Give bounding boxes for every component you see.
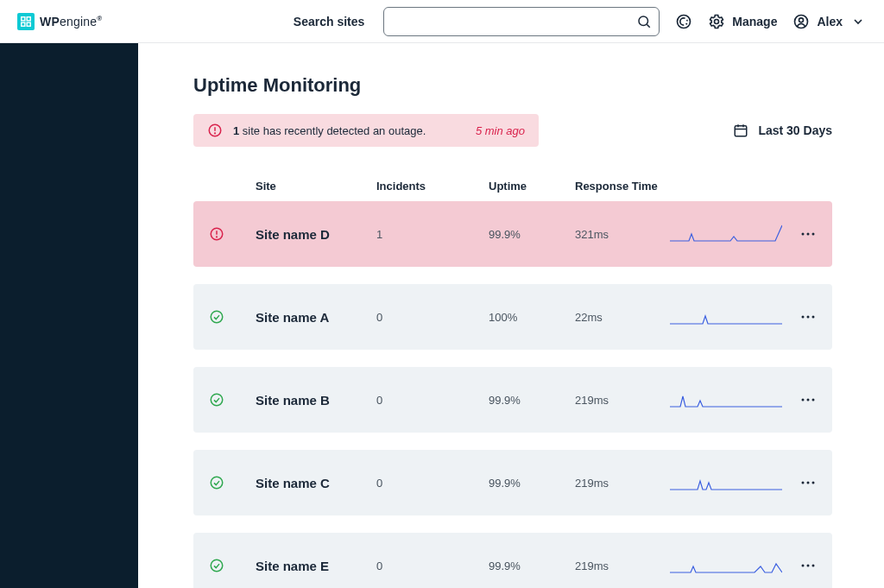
col-response: Response Time [575,180,670,193]
svg-point-34 [812,482,815,484]
site-name: Site name C [256,476,376,490]
col-site: Site [256,180,376,193]
site-name: Site name D [256,227,376,242]
table-row[interactable]: Site name C 0 99.9% 219ms [193,450,832,515]
status-icon [209,558,256,573]
col-uptime: Uptime [489,180,575,193]
status-icon [209,392,256,408]
row-more-menu[interactable] [782,231,834,237]
uptime-value: 99.9% [489,477,575,490]
uptime-value: 99.9% [489,394,575,407]
sparkline [670,553,782,578]
logo-text: WPengine® [40,15,102,28]
row-more-menu[interactable] [782,563,834,568]
svg-point-38 [812,565,815,567]
svg-point-35 [211,560,223,572]
search-icon[interactable] [635,13,653,30]
top-header: WPengine® Search sites Manage [0,0,884,43]
svg-rect-1 [27,16,30,20]
gear-icon [708,13,725,30]
user-name: Alex [817,15,843,28]
uptime-value: 99.9% [489,560,575,572]
svg-point-26 [812,316,815,319]
search-wrap [383,7,660,36]
incidents-value: 1 [376,228,489,241]
svg-point-4 [639,16,648,26]
svg-rect-0 [22,16,25,20]
incidents-value: 0 [376,311,489,324]
row-more-menu[interactable] [782,314,834,319]
main-content: Uptime Monitoring 1 site has recently de… [138,43,884,588]
svg-point-28 [802,399,805,401]
table-row[interactable]: Site name E 0 99.9% 219ms [193,533,832,588]
logo-mark-icon [17,13,35,30]
user-menu[interactable]: Alex [792,13,867,30]
row-more-menu[interactable] [782,480,834,485]
brand-logo[interactable]: WPengine® [17,13,102,30]
uptime-value: 99.9% [489,228,575,241]
svg-rect-3 [27,22,30,26]
manage-menu[interactable]: Manage [708,13,777,30]
date-range-label: Last 30 Days [758,123,832,137]
user-avatar-icon [792,13,810,30]
svg-point-31 [211,477,223,489]
svg-point-7 [715,19,719,23]
status-icon [209,226,256,242]
svg-point-6 [678,15,691,28]
status-icon [209,475,256,490]
incidents-value: 0 [376,477,489,490]
sparkline [670,305,782,329]
svg-point-24 [802,316,805,319]
svg-rect-13 [736,126,748,136]
chevron-down-icon [849,13,867,30]
response-value: 22ms [575,311,670,324]
alert-icon [207,123,223,138]
svg-point-25 [807,316,810,319]
svg-rect-2 [22,22,25,26]
response-value: 219ms [575,560,670,572]
sparkline [670,222,782,246]
response-value: 219ms [575,477,670,490]
svg-point-19 [217,237,218,237]
uptime-value: 100% [489,311,575,324]
table-row[interactable]: Site name A 0 100% 22ms [193,284,832,350]
incidents-value: 0 [376,560,489,572]
manage-label: Manage [732,15,777,28]
svg-point-36 [802,565,805,567]
svg-point-20 [802,233,805,236]
help-icon[interactable] [675,13,692,30]
site-name: Site name B [256,393,376,408]
search-input[interactable] [383,7,660,36]
site-name: Site name E [256,559,376,573]
outage-alert-banner[interactable]: 1 site has recently detected an outage. … [193,114,539,147]
site-name: Site name A [256,310,376,325]
sidebar [0,43,138,588]
svg-point-22 [812,233,815,236]
response-value: 321ms [575,228,670,241]
svg-point-32 [802,482,805,484]
date-range-picker[interactable]: Last 30 Days [732,122,832,139]
sparkline [670,388,782,412]
table-row[interactable]: Site name B 0 99.9% 219ms [193,367,832,433]
sparkline [670,471,782,495]
calendar-icon [732,122,749,139]
svg-point-21 [807,233,810,236]
page-title: Uptime Monitoring [193,74,832,97]
alert-text: 1 site has recently detected an outage. [233,124,465,137]
incidents-value: 0 [376,394,489,407]
svg-point-30 [812,399,815,401]
svg-point-29 [807,399,810,401]
svg-point-33 [807,482,810,484]
table-header: Site Incidents Uptime Response Time [193,171,832,201]
svg-point-23 [211,311,223,323]
col-incidents: Incidents [376,180,489,193]
svg-point-9 [799,17,804,22]
svg-point-27 [211,394,223,406]
svg-point-37 [807,565,810,567]
svg-point-12 [215,133,216,134]
alert-time: 5 min ago [476,124,525,137]
svg-line-5 [647,24,650,27]
row-more-menu[interactable] [782,397,834,402]
table-row[interactable]: Site name D 1 99.9% 321ms [193,201,832,267]
search-label: Search sites [294,15,365,28]
